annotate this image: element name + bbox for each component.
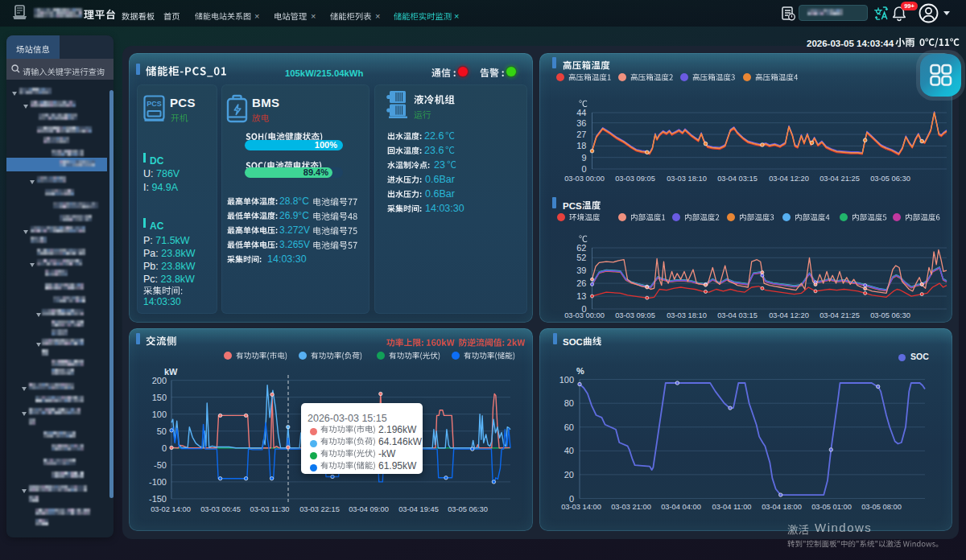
svg-text:100: 100 xyxy=(559,375,574,385)
svg-text:100: 100 xyxy=(152,410,167,419)
svg-text:-50: -50 xyxy=(154,460,167,470)
svg-text:03-05 01:00: 03-05 01:00 xyxy=(811,503,852,511)
svg-text:50: 50 xyxy=(157,426,167,436)
svg-text:-100: -100 xyxy=(149,477,167,487)
svg-text:03-03 11:30: 03-03 11:30 xyxy=(250,505,290,513)
svg-text:03-04 12:20: 03-04 12:20 xyxy=(769,311,809,319)
svg-text:20: 20 xyxy=(564,470,574,480)
svg-text:03-04 21:25: 03-04 21:25 xyxy=(819,311,860,319)
svg-text:03-04 21:25: 03-04 21:25 xyxy=(819,175,860,183)
svg-text:0: 0 xyxy=(569,494,574,504)
svg-text:36: 36 xyxy=(576,118,586,128)
svg-text:9: 9 xyxy=(581,153,586,163)
svg-text:03-04 04:00: 03-04 04:00 xyxy=(661,503,701,511)
svg-text:52: 52 xyxy=(576,253,586,262)
svg-text:03-04 19:45: 03-04 19:45 xyxy=(398,505,439,513)
svg-text:44: 44 xyxy=(576,108,586,117)
svg-text:62: 62 xyxy=(576,243,586,253)
svg-text:03-03 09:05: 03-03 09:05 xyxy=(615,311,655,319)
svg-text:26: 26 xyxy=(576,278,586,288)
svg-text:150: 150 xyxy=(152,393,167,402)
svg-text:03-02 14:00: 03-02 14:00 xyxy=(151,505,191,513)
svg-text:39: 39 xyxy=(576,266,586,275)
svg-text:03-05 06:30: 03-05 06:30 xyxy=(870,175,910,183)
svg-text:0: 0 xyxy=(162,443,167,453)
svg-text:03-04 18:00: 03-04 18:00 xyxy=(762,503,802,511)
svg-text:03-04 09:00: 03-04 09:00 xyxy=(349,505,389,513)
svg-text:200: 200 xyxy=(152,376,167,385)
svg-text:0: 0 xyxy=(581,164,586,174)
svg-text:03-03 18:10: 03-03 18:10 xyxy=(667,311,707,319)
svg-text:-150: -150 xyxy=(149,494,167,504)
svg-text:13: 13 xyxy=(576,291,586,301)
svg-text:03-03 09:05: 03-03 09:05 xyxy=(615,175,655,183)
svg-text:27: 27 xyxy=(576,130,586,139)
svg-text:03-03 22:15: 03-03 22:15 xyxy=(299,505,340,513)
svg-text:03-03 21:00: 03-03 21:00 xyxy=(611,503,651,511)
svg-text:03-03 14:00: 03-03 14:00 xyxy=(561,503,601,511)
svg-text:03-05 06:30: 03-05 06:30 xyxy=(870,311,910,319)
svg-text:03-05 08:00: 03-05 08:00 xyxy=(861,503,902,511)
svg-text:03-04 03:15: 03-04 03:15 xyxy=(717,311,758,319)
svg-text:18: 18 xyxy=(576,141,586,150)
svg-text:03-03 00:00: 03-03 00:00 xyxy=(564,175,605,183)
svg-text:03-03 18:10: 03-03 18:10 xyxy=(667,175,707,183)
svg-text:03-03 00:00: 03-03 00:00 xyxy=(564,311,605,319)
svg-text:03-04 11:00: 03-04 11:00 xyxy=(712,503,752,511)
svg-text:03-04 12:20: 03-04 12:20 xyxy=(769,175,809,183)
svg-text:60: 60 xyxy=(564,422,574,432)
svg-text:03-05 06:30: 03-05 06:30 xyxy=(448,505,488,513)
svg-text:03-04 03:15: 03-04 03:15 xyxy=(717,175,758,183)
svg-text:40: 40 xyxy=(564,446,574,455)
svg-text:80: 80 xyxy=(564,398,574,408)
svg-text:03-03 00:45: 03-03 00:45 xyxy=(200,505,241,513)
